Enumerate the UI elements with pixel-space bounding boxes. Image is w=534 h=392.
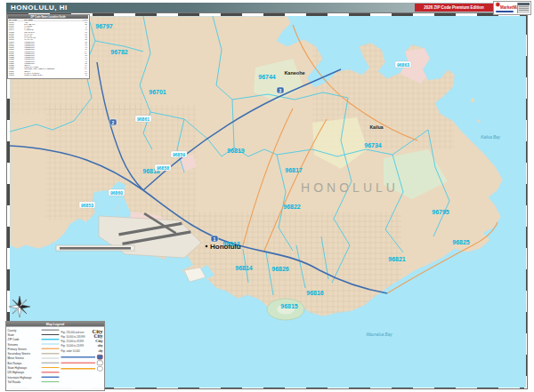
water-label-kailua-bay: Kailua Bay (481, 135, 500, 140)
honolulu-city-dot (206, 245, 208, 248)
city-label-kaneohe: Kaneohe (284, 70, 304, 76)
zip-label-96853: 96853 (81, 203, 93, 208)
zip-label-96863: 96863 (397, 62, 409, 68)
h1-shield-label: 1 (214, 236, 216, 242)
compass-rose (8, 295, 31, 318)
zip-label-96822: 96822 (283, 204, 301, 210)
city-size-sample: City (95, 339, 102, 343)
publisher-logo: ✹ MarketMAPS (493, 1, 531, 15)
islet-1 (471, 99, 474, 102)
legend-line-sample (41, 334, 59, 335)
zip-label-96819: 96819 (227, 148, 245, 154)
zip-label-96814: 96814 (235, 265, 253, 271)
logo-contact-panel (517, 3, 530, 13)
zip-code-table: ZIP Code Name Location Guide ZIP Code ZI… (7, 14, 90, 79)
zip-label-96826: 96826 (271, 266, 289, 272)
city-label-honolulu: Honolulu (210, 243, 241, 251)
logo-swoosh (496, 11, 514, 12)
legend-line-sample (41, 376, 59, 377)
legend-line-sample (41, 330, 59, 331)
zip-label-96860: 96860 (110, 190, 123, 196)
islet-2 (477, 119, 480, 122)
interstate-shield-icon (97, 355, 103, 360)
legend-line-sample (41, 353, 59, 354)
legend-line-sample (41, 348, 59, 349)
legend-line-sample (41, 339, 59, 340)
h3-shield-label: 3 (279, 88, 282, 93)
us-highway-shield-icon (97, 361, 103, 366)
zip-label-96734: 96734 (364, 142, 382, 148)
zip-label-96817: 96817 (285, 167, 303, 173)
city-size-sample: city (98, 349, 102, 353)
zip-label-96797: 96797 (95, 23, 113, 29)
legend-line-sample (41, 367, 59, 368)
zip-label-96744: 96744 (258, 74, 276, 80)
state-highway-shield-icon (97, 366, 103, 372)
water-label-maunalua-bay: Maunalua Bay (367, 332, 393, 337)
edition-label: 2026 ZIP Code Premium Edition (415, 4, 493, 12)
legend-line-sample (41, 357, 59, 358)
zip-label-96821: 96821 (388, 256, 406, 262)
table-row: 96863 MCBH KANEOHE BAY J3 (8, 74, 88, 76)
zip-label-96815: 96815 (280, 303, 298, 309)
reef-runway (60, 247, 131, 250)
islet-3 (465, 136, 467, 139)
logo-wordmark: MarketMAPS (500, 4, 517, 9)
legend-population: Pop. 250,000 and over City Pop. 50,000 t… (61, 328, 102, 355)
city-label-kailua: Kailua (369, 124, 383, 130)
legend-line-sample (41, 381, 59, 382)
map-legend: Map Legend County State (5, 321, 105, 391)
zip-label-96861: 96861 (137, 116, 150, 122)
legend-line-sample (41, 343, 59, 344)
legend-line-sample (41, 372, 59, 372)
page-title: HONOLULU, HI (6, 4, 68, 12)
zip-label-96825: 96825 (452, 239, 470, 245)
zip-label-96859: 96859 (173, 152, 185, 157)
h2-shield-label: 2 (112, 120, 115, 125)
legend-items: County State ZIP Code (8, 328, 60, 385)
zip-label-96816: 96816 (306, 290, 324, 296)
legend-line-sample (41, 363, 59, 364)
zip-label-96782: 96782 (110, 49, 128, 55)
city-size-sample: city (98, 344, 103, 348)
edition-badge: 2026 ZIP Code Premium Edition (415, 4, 493, 12)
zip-label-96701: 96701 (149, 89, 166, 95)
county-label: HONOLULU (301, 180, 399, 195)
zip-label-96858: 96858 (157, 165, 169, 171)
legend-shield-state (61, 366, 102, 372)
zip-label-96795: 96795 (432, 209, 449, 215)
zip-table-body: 96701 AIEA D3 96706 EWA BEACH B5 96707 K… (8, 21, 88, 76)
legend-item: Toll Roads (8, 380, 60, 384)
map-sheet: HONOLULU, HI 2026 ZIP Code Premium Editi… (0, 0, 534, 392)
